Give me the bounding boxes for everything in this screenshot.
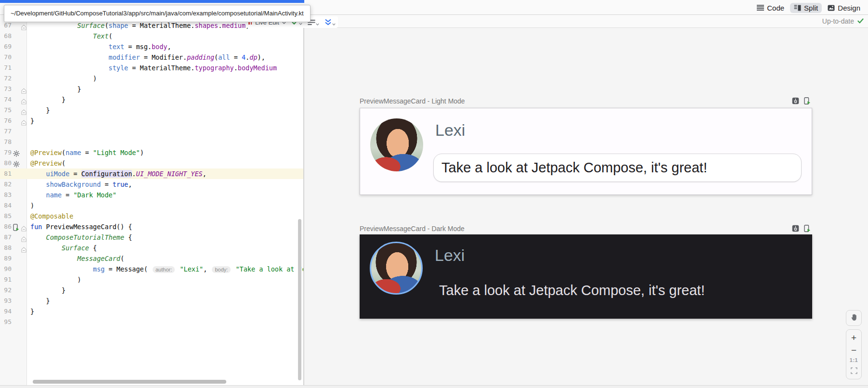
- message-text: Take a look at Jetpack Compose, it's gre…: [441, 160, 707, 176]
- fold-marker-icon[interactable]: [21, 23, 26, 28]
- code-view-button[interactable]: Code: [753, 3, 788, 13]
- zoom-to-fit-button[interactable]: [846, 366, 861, 375]
- code-line-93[interactable]: 93 }: [0, 296, 303, 306]
- preview-sync-status-label: Up-to-date: [822, 17, 854, 25]
- code-line-90[interactable]: 90 msg = Message( author: "Lexi", body: …: [0, 264, 303, 274]
- line-number: 91: [0, 274, 12, 285]
- android-studio-split-editor: Code Split Design 67 Surface(shape = Mat…: [0, 0, 868, 388]
- line-number: 79: [0, 147, 12, 158]
- hand-icon: [850, 313, 858, 323]
- code-line-86[interactable]: 86fun PreviewMessageCard() {: [0, 221, 303, 232]
- author-name: Lexi: [435, 121, 465, 140]
- code-line-text: @Preview(name = "Light Mode"): [0, 147, 303, 158]
- editor-vertical-scrollbar[interactable]: [298, 219, 301, 380]
- code-line-79[interactable]: 79@Preview(name = "Light Mode"): [0, 147, 303, 158]
- zoom-in-button[interactable]: +: [846, 333, 861, 342]
- code-line-text: style = MaterialTheme.typography.bodyMed…: [0, 63, 303, 73]
- editor-horizontal-scrollbar[interactable]: [33, 380, 226, 384]
- line-number: 88: [0, 243, 12, 253]
- line-number: 73: [0, 84, 12, 94]
- code-line-89[interactable]: 89 MessageCard(: [0, 253, 303, 264]
- code-line-78[interactable]: 78: [0, 137, 303, 147]
- zoom-actual-size-button[interactable]: 1:1: [846, 358, 861, 363]
- code-line-71[interactable]: 71 style = MaterialTheme.typography.body…: [0, 63, 303, 73]
- fit-screen-icon: [851, 366, 857, 376]
- collapse-all-previews-button[interactable]: [324, 19, 336, 26]
- fold-marker-icon[interactable]: [21, 224, 26, 230]
- fold-marker-icon[interactable]: [21, 234, 26, 240]
- code-line-88[interactable]: 88 Surface {: [0, 243, 303, 253]
- fold-marker-icon[interactable]: [21, 107, 26, 113]
- code-line-73[interactable]: 73 }: [0, 84, 303, 94]
- code-line-91[interactable]: 91 ): [0, 274, 303, 285]
- design-view-button[interactable]: Design: [824, 3, 864, 13]
- interactive-preview-icon[interactable]: [792, 97, 799, 106]
- preview-title-dark[interactable]: PreviewMessageCard - Dark Mode: [360, 225, 465, 233]
- fold-marker-icon[interactable]: [21, 245, 26, 251]
- run-preview-on-device-icon[interactable]: [804, 225, 811, 234]
- message-bubble: Take a look at Jetpack Compose, it's gre…: [433, 154, 802, 182]
- preview-actions-light: [792, 97, 811, 106]
- code-line-text: }: [0, 285, 303, 296]
- code-line-72[interactable]: 72 ): [0, 73, 303, 84]
- line-number: 84: [0, 200, 12, 211]
- pan-tool-button[interactable]: [846, 310, 862, 326]
- code-line-84[interactable]: 84): [0, 200, 303, 211]
- code-line-81[interactable]: 81 uiMode = Configuration.UI_MODE_NIGHT_…: [0, 168, 303, 179]
- code-editor[interactable]: 67 Surface(shape = MaterialTheme.shapes.…: [0, 15, 303, 385]
- code-line-92[interactable]: 92 }: [0, 285, 303, 296]
- preview-settings-gear-icon[interactable]: [13, 149, 20, 156]
- code-line-text: @Preview(: [0, 158, 303, 168]
- code-line-83[interactable]: 83 name = "Dark Mode": [0, 190, 303, 200]
- code-line-text: ): [0, 200, 303, 211]
- code-line-75[interactable]: 75 }: [0, 105, 303, 116]
- code-line-94[interactable]: 94}: [0, 306, 303, 317]
- message-text: Take a look at Jetpack Compose, it's gre…: [439, 283, 705, 298]
- status-check-icon: [857, 17, 864, 25]
- code-line-text: showBackground = true,: [0, 179, 303, 190]
- run-preview-on-device-icon[interactable]: [804, 97, 811, 106]
- code-line-80[interactable]: 80@Preview(: [0, 158, 303, 168]
- code-line-text: Surface {: [0, 243, 303, 253]
- zoom-out-button[interactable]: −: [846, 346, 861, 355]
- code-line-77[interactable]: 77: [0, 126, 303, 137]
- split-view-label: Split: [804, 4, 818, 12]
- fold-marker-icon[interactable]: [21, 118, 26, 124]
- code-line-87[interactable]: 87 ComposeTutorialTheme {: [0, 232, 303, 243]
- preview-sync-status: Up-to-date: [822, 17, 864, 25]
- code-line-text: text = msg.body,: [0, 41, 303, 52]
- preview-actions-dark: [792, 225, 811, 234]
- code-line-text: msg = Message( author: "Lexi", body: "Ta…: [0, 264, 303, 274]
- preview-toolbar: Up-to-date: [304, 15, 868, 28]
- line-number: 68: [0, 31, 12, 41]
- line-number: 90: [0, 264, 12, 274]
- code-line-70[interactable]: 70 modifier = Modifier.padding(all = 4.d…: [0, 52, 303, 63]
- line-number: 94: [0, 306, 12, 317]
- code-line-68[interactable]: 68 Text(: [0, 31, 303, 41]
- code-line-text: name = "Dark Mode": [0, 190, 303, 200]
- run-preview-gutter-icon[interactable]: [13, 223, 20, 231]
- code-line-text: }: [0, 116, 303, 126]
- line-number: 92: [0, 285, 12, 296]
- split-view-button[interactable]: Split: [790, 3, 822, 13]
- line-number: 77: [0, 126, 12, 137]
- code-line-text: ): [0, 73, 303, 84]
- fold-marker-icon[interactable]: [21, 86, 26, 92]
- code-line-85[interactable]: 85@Composable: [0, 211, 303, 221]
- code-line-76[interactable]: 76}: [0, 116, 303, 126]
- line-number: 82: [0, 179, 12, 190]
- fold-marker-icon[interactable]: [21, 97, 26, 103]
- split-view-icon: [794, 5, 801, 11]
- preview-title-light[interactable]: PreviewMessageCard - Light Mode: [360, 97, 465, 105]
- window-bottom-strip: [0, 385, 868, 388]
- line-number: 74: [0, 94, 12, 105]
- preview-settings-gear-icon[interactable]: [13, 160, 20, 167]
- interactive-preview-icon[interactable]: [792, 225, 799, 234]
- line-number: 86: [0, 221, 12, 232]
- avatar: [370, 242, 423, 295]
- code-line-text: ): [0, 274, 303, 285]
- code-line-82[interactable]: 82 showBackground = true,: [0, 179, 303, 190]
- code-line-74[interactable]: 74 }: [0, 94, 303, 105]
- code-line-69[interactable]: 69 text = msg.body,: [0, 41, 303, 52]
- code-line-95[interactable]: 95: [0, 317, 303, 327]
